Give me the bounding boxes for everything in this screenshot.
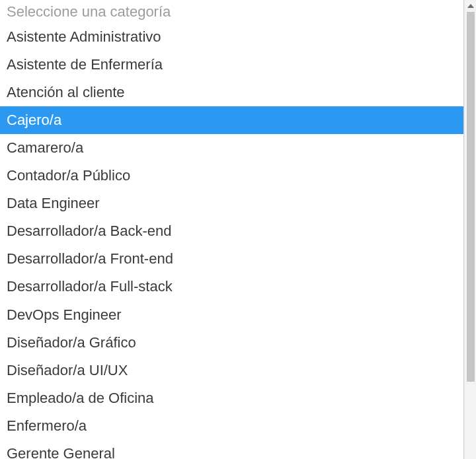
- dropdown-option[interactable]: Data Engineer: [0, 190, 463, 217]
- category-dropdown-list[interactable]: Seleccione una categoría Asistente Admin…: [0, 0, 464, 459]
- dropdown-option[interactable]: Desarrollador/a Front-end: [0, 245, 463, 273]
- dropdown-option[interactable]: Gerente General: [0, 440, 463, 459]
- dropdown-placeholder: Seleccione una categoría: [0, 0, 463, 23]
- scroll-up-button[interactable]: [465, 0, 476, 12]
- dropdown-option[interactable]: Asistente de Enfermería: [0, 51, 463, 79]
- dropdown-option[interactable]: Asistente Administrativo: [0, 23, 463, 51]
- dropdown-option[interactable]: Diseñador/a Gráfico: [0, 329, 463, 357]
- scrollbar-thumb[interactable]: [467, 12, 475, 382]
- dropdown-option[interactable]: Cajero/a: [0, 106, 463, 134]
- scrollbar-track[interactable]: [464, 0, 476, 459]
- dropdown-option[interactable]: Atención al cliente: [0, 79, 463, 106]
- dropdown-option[interactable]: Diseñador/a UI/UX: [0, 357, 463, 384]
- dropdown-option[interactable]: Desarrollador/a Back-end: [0, 217, 463, 245]
- dropdown-option[interactable]: Empleado/a de Oficina: [0, 384, 463, 412]
- dropdown-option[interactable]: Desarrollador/a Full-stack: [0, 273, 463, 300]
- dropdown-option[interactable]: Camarero/a: [0, 134, 463, 162]
- dropdown-option[interactable]: Contador/a Público: [0, 162, 463, 190]
- chevron-up-icon: [467, 4, 474, 8]
- dropdown-option[interactable]: DevOps Engineer: [0, 301, 463, 329]
- dropdown-option[interactable]: Enfermero/a: [0, 412, 463, 440]
